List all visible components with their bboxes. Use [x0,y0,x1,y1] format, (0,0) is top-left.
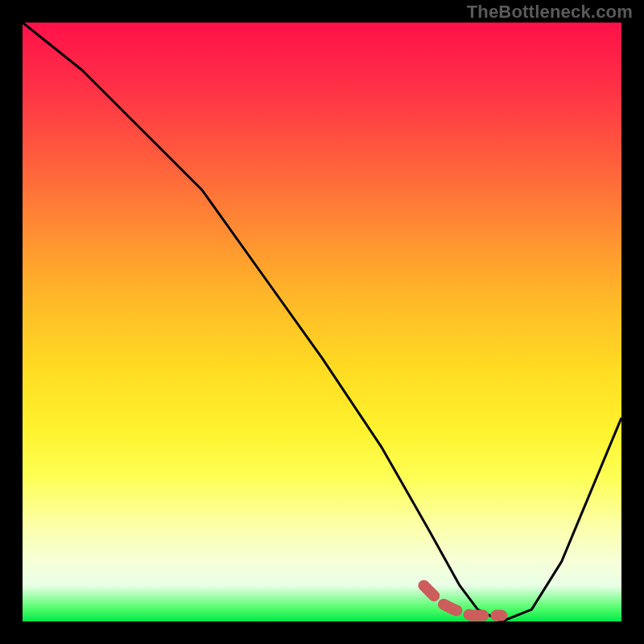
plot-area [23,23,621,621]
chart-frame: TheBottleneck.com [0,0,644,644]
watermark-text: TheBottleneck.com [467,2,633,23]
optimal-dash-marker [23,23,621,621]
